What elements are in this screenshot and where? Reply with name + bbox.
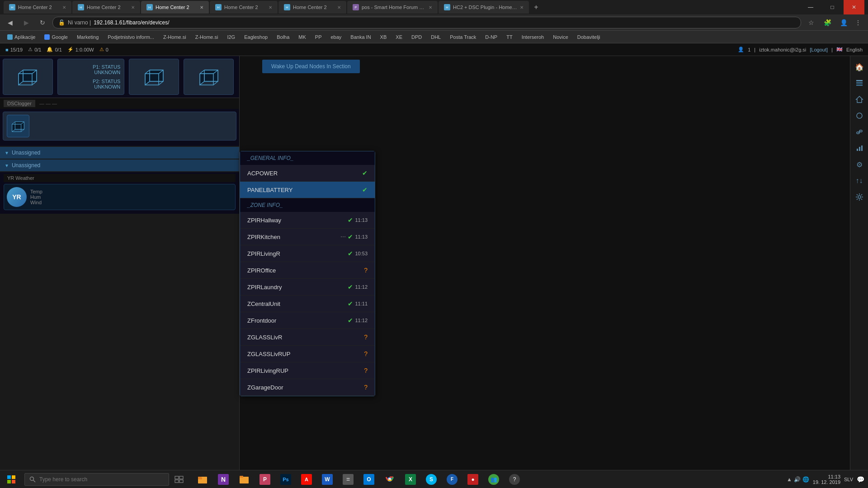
bookmark-novice[interactable]: Novice	[549, 33, 572, 41]
url-bar[interactable]: 🔓 Ni varno | 192.168.1.61/fibaro/en/devi…	[52, 17, 801, 28]
rs-arrows-icon[interactable]: ↑↓	[852, 174, 867, 188]
device-list-item-main[interactable]	[3, 112, 236, 141]
bookmark-eagleshop[interactable]: Eagleshop	[241, 33, 271, 41]
taskbar-app-excel[interactable]: X	[401, 470, 420, 488]
dropdown-item-zglass-livrup[interactable]: ZGLASSLivRUP ?	[240, 346, 375, 362]
tab-close-7[interactable]: ✕	[520, 5, 524, 10]
rs-gear-icon[interactable]: ⚙	[852, 157, 867, 172]
dropdown-item-zpir-hallway[interactable]: ZPIRHallway ✔ 11:13	[240, 212, 375, 229]
browser-tab-2[interactable]: H Home Center 2 ✕	[72, 1, 140, 14]
rs-link-icon[interactable]	[852, 125, 867, 139]
taskbar-app-folder[interactable]	[234, 470, 254, 488]
chevron-up-icon[interactable]: ▲	[787, 476, 792, 483]
bookmark-pp[interactable]: PP	[311, 33, 326, 41]
dropdown-item-acpower[interactable]: ACPOWER ✔	[240, 165, 375, 182]
bookmark-tt[interactable]: TT	[503, 33, 516, 41]
start-button[interactable]	[0, 470, 23, 488]
taskbar-app-word[interactable]: W	[317, 470, 337, 488]
bookmark-mk[interactable]: MK	[295, 33, 310, 41]
dropdown-item-zgaragedoor[interactable]: ZGarageDoor ?	[240, 379, 375, 396]
tab-close-1[interactable]: ✕	[62, 5, 66, 10]
tab-close-3[interactable]: ✕	[200, 5, 203, 10]
bookmark-i2g[interactable]: I2G	[223, 33, 239, 41]
rs-house-icon[interactable]	[852, 92, 867, 107]
taskbar-app-fibaro[interactable]: F	[442, 470, 462, 488]
taskbar-app-calc[interactable]: =	[338, 470, 358, 488]
taskbar-app-skype[interactable]: S	[421, 470, 441, 488]
rs-circle-icon[interactable]	[852, 108, 867, 123]
dropdown-item-zpir-office[interactable]: ZPIROffice ?	[240, 262, 375, 279]
bookmark-zhome2[interactable]: Z-Home.si	[192, 33, 222, 41]
bookmark-dpd[interactable]: DPD	[408, 33, 425, 41]
minimize-button[interactable]: —	[800, 0, 821, 14]
unassigned-section-2[interactable]: ▼ Unassigned	[0, 160, 239, 171]
new-tab-button[interactable]: +	[530, 1, 542, 14]
bookmark-podjetnistvo[interactable]: Podjetnistvo inform...	[104, 33, 158, 41]
network-icon[interactable]: 🌐	[802, 476, 809, 483]
browser-tab-3[interactable]: H Home Center 2 ✕	[141, 1, 209, 14]
extensions-button[interactable]: 🧩	[821, 16, 834, 29]
taskbar-clock[interactable]: 11:13 19. 12. 2019	[813, 474, 840, 485]
bookmark-dhl[interactable]: DHL	[427, 33, 444, 41]
dropdown-item-zfrontdoor[interactable]: ZFrontdoor ✔ 11:12	[240, 312, 375, 329]
dropdown-item-zpir-livingr[interactable]: ZPIRLivingR ✔ 10:53	[240, 245, 375, 262]
tab-close-2[interactable]: ✕	[131, 5, 135, 10]
wake-up-button[interactable]: Wake Up Dead Nodes In Section	[262, 60, 360, 73]
browser-tab-7[interactable]: H HC2 + DSC Plugin - Home Cent... ✕	[439, 1, 529, 14]
bookmark-google[interactable]: Google	[41, 33, 71, 41]
refresh-button[interactable]: ↻	[36, 16, 49, 29]
bookmark-xb[interactable]: XB	[377, 33, 391, 41]
device-card-3[interactable]	[184, 59, 234, 95]
dropdown-item-zglass-livr[interactable]: ZGLASSLivR ?	[240, 329, 375, 346]
tab-close-6[interactable]: ✕	[429, 5, 432, 10]
bookmark-ebay[interactable]: ebay	[327, 33, 345, 41]
device-card-1[interactable]	[3, 59, 53, 95]
dropdown-item-zpir-laundry[interactable]: ZPIRLaundry ✔ 11:12	[240, 279, 375, 296]
taskbar-app-other1[interactable]: ●	[463, 470, 483, 488]
taskbar-app-powerpoint[interactable]: P	[255, 470, 275, 488]
bookmark-banka[interactable]: Banka IN	[347, 33, 374, 41]
taskbar-app-chrome[interactable]	[380, 470, 400, 488]
user-logout[interactable]: [Logout]	[810, 47, 828, 52]
bookmark-interseroh[interactable]: Interseroh	[518, 33, 548, 41]
bookmark-posta[interactable]: Posta Track	[446, 33, 480, 41]
dropdown-item-zpir-kitchen[interactable]: ZPIRKitchen ⋯ ✔ 11:13	[240, 229, 375, 245]
bookmark-dobavitelji[interactable]: Dobavitelji	[574, 33, 604, 41]
rs-chart-icon[interactable]	[852, 141, 867, 155]
search-input[interactable]	[39, 476, 164, 483]
maximize-button[interactable]: □	[822, 0, 843, 14]
device-card-2[interactable]	[129, 59, 179, 95]
taskbar-app-other3[interactable]: ?	[505, 470, 524, 488]
close-button[interactable]: ✕	[844, 0, 864, 14]
taskbar-app-fileexplorer[interactable]	[193, 470, 212, 488]
bookmark-aplikacije[interactable]: Aplikacije	[4, 33, 39, 41]
bookmark-xe[interactable]: XE	[392, 33, 406, 41]
browser-tab-5[interactable]: H Home Center 2 ✕	[278, 1, 346, 14]
bookmark-dnp[interactable]: D-NP	[481, 33, 501, 41]
dropdown-item-panelbattery[interactable]: PANELBATTERY ✔	[240, 182, 375, 198]
bookmark-bolha[interactable]: Bolha	[273, 33, 293, 41]
dropdown-item-zcentral[interactable]: ZCentralUnit ✔ 11:11	[240, 296, 375, 312]
user-profile[interactable]: 👤	[837, 16, 850, 29]
tab-close-5[interactable]: ✕	[337, 5, 341, 10]
bookmark-zhome1[interactable]: Z-Home.si	[160, 33, 190, 41]
browser-tab-6[interactable]: P pos - Smart Home Forum by FIB... ✕	[347, 1, 438, 14]
rs-settings-icon[interactable]	[852, 190, 867, 204]
tab-close-4[interactable]: ✕	[269, 5, 272, 10]
rs-table-icon[interactable]	[852, 76, 867, 90]
taskbar-app-photoshop[interactable]: Ps	[276, 470, 296, 488]
taskbar-app-outlook[interactable]: O	[359, 470, 379, 488]
bookmark-star[interactable]: ☆	[805, 16, 817, 29]
rs-home-icon[interactable]: 🏠	[852, 60, 867, 74]
unassigned-section-1[interactable]: ▼ Unassigned	[0, 147, 239, 159]
settings-button[interactable]: ⋮	[852, 16, 864, 29]
browser-tab-1[interactable]: H Home Center 2 ✕	[4, 1, 71, 14]
taskbar-search[interactable]	[24, 473, 169, 486]
volume-icon[interactable]: 🔊	[794, 476, 801, 483]
notification-button[interactable]: 💬	[857, 476, 864, 483]
taskbar-app-other2[interactable]: 👥	[484, 470, 504, 488]
dropdown-item-zpir-livingrup[interactable]: ZPIRLivingRUP ?	[240, 362, 375, 379]
forward-button[interactable]: ▶	[20, 16, 33, 29]
bookmark-marketing[interactable]: Marketing	[73, 33, 102, 41]
browser-tab-4[interactable]: H Home Center 2 ✕	[210, 1, 278, 14]
